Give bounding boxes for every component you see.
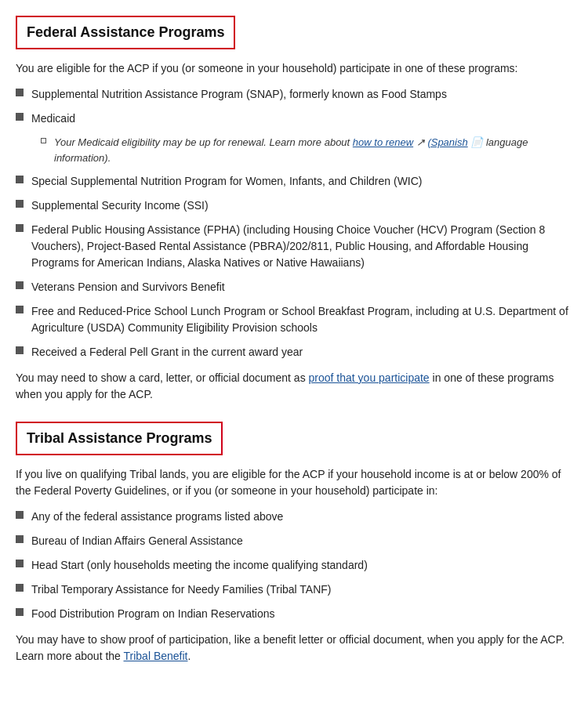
list-item: Any of the federal assistance programs l… — [16, 509, 572, 525]
tribal-intro-text: If you live on qualifying Tribal lands, … — [16, 466, 572, 499]
tribal-heading: Tribal Assistance Programs — [16, 422, 223, 455]
item-text: Received a Federal Pell Grant in the cur… — [31, 344, 303, 360]
item-text: Free and Reduced-Price School Lunch Prog… — [31, 303, 572, 336]
bullet-icon — [16, 535, 24, 543]
tribal-footer-note: You may have to show proof of participat… — [16, 632, 572, 665]
item-text: Special Supplemental Nutrition Program f… — [31, 173, 423, 190]
federal-note: You may need to show a card, letter, or … — [16, 370, 572, 403]
item-text: Medicaid — [31, 110, 75, 127]
item-text: Any of the federal assistance programs l… — [31, 509, 283, 525]
list-item: Federal Public Housing Assistance (FPHA)… — [16, 222, 572, 271]
federal-programs-list: Supplemental Nutrition Assistance Progra… — [16, 86, 572, 360]
item-text: Federal Public Housing Assistance (FPHA)… — [31, 222, 572, 271]
bullet-icon — [16, 89, 24, 96]
bullet-icon — [16, 511, 24, 519]
tribal-programs-list: Any of the federal assistance programs l… — [16, 509, 572, 622]
bullet-icon — [16, 176, 24, 183]
medicaid-note: Your Medicaid eligibility may be up for … — [54, 135, 572, 165]
list-item: Veterans Pension and Survivors Benefit — [16, 279, 572, 295]
item-text: Head Start (only households meeting the … — [31, 557, 368, 574]
list-item: Bureau of Indian Affairs General Assista… — [16, 533, 572, 549]
item-text: Supplemental Nutrition Assistance Progra… — [31, 86, 447, 103]
bullet-icon — [16, 306, 24, 313]
list-item: Free and Reduced-Price School Lunch Prog… — [16, 303, 572, 336]
bullet-icon — [16, 560, 24, 567]
bullet-icon — [16, 200, 24, 208]
bullet-icon — [16, 584, 24, 592]
spanish-link[interactable]: (Spanish — [427, 136, 467, 148]
bullet-icon — [16, 224, 24, 232]
item-text: Bureau of Indian Affairs General Assista… — [31, 533, 243, 549]
list-item: Special Supplemental Nutrition Program f… — [16, 173, 572, 190]
bullet-icon — [16, 113, 24, 121]
list-item: Tribal Temporary Assistance for Needy Fa… — [16, 581, 572, 598]
proof-link[interactable]: proof that you participate — [309, 371, 430, 384]
item-text: Food Distribution Program on Indian Rese… — [31, 606, 275, 622]
bullet-icon — [16, 346, 24, 354]
list-item: Medicaid — [16, 110, 572, 127]
tribal-assistance-section: Tribal Assistance Programs If you live o… — [16, 422, 572, 665]
list-item: Received a Federal Pell Grant in the cur… — [16, 344, 572, 360]
item-text: Tribal Temporary Assistance for Needy Fa… — [31, 581, 332, 598]
list-item: Supplemental Nutrition Assistance Progra… — [16, 86, 572, 103]
federal-intro-text: You are eligible for the ACP if you (or … — [16, 60, 572, 77]
item-text: Veterans Pension and Survivors Benefit — [31, 279, 225, 295]
medicaid-sub-item: Your Medicaid eligibility may be up for … — [16, 135, 572, 165]
bullet-icon — [16, 281, 24, 289]
how-to-renew-link[interactable]: how to renew — [353, 136, 413, 148]
federal-heading: Federal Assistance Programs — [16, 16, 235, 49]
tribal-benefit-link[interactable]: Tribal Benefit — [124, 650, 188, 662]
list-item: Food Distribution Program on Indian Rese… — [16, 606, 572, 622]
item-text: Supplemental Security Income (SSI) — [31, 197, 209, 214]
list-item: Head Start (only households meeting the … — [16, 557, 572, 574]
bullet-icon — [16, 608, 24, 616]
list-item: Supplemental Security Income (SSI) — [16, 197, 572, 214]
sub-bullet-icon — [41, 138, 46, 143]
federal-assistance-section: Federal Assistance Programs You are elig… — [16, 16, 572, 403]
